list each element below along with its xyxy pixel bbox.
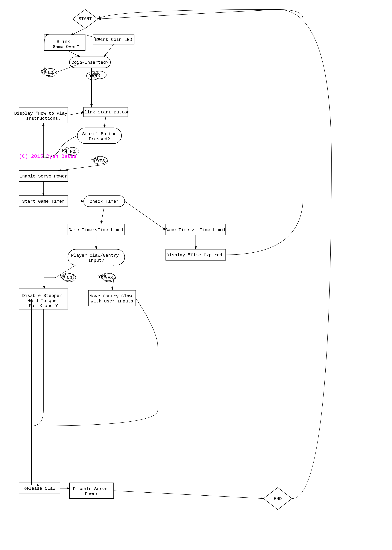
start-label: START [79,16,92,21]
no-coin-text: NO [41,69,46,74]
blink-coin-led-label: Blink Coin LED [95,37,132,42]
arrow-start-blink [71,28,85,35]
coin-inserted-label: Coin Inserted? [71,60,108,65]
arrow-check-to-greater [125,201,166,230]
enable-servo-label: Enable Servo Power [20,174,67,179]
no-input-label: NO [67,275,72,280]
yes-coin-text: YES [91,72,99,77]
time-expired-label: Display "Time Expired" [167,253,225,258]
start-timer-label: Start Game Timer [22,199,65,204]
arrow-blink-to-pressed [104,117,106,128]
arrow-check-to-less [101,207,104,224]
arrow-loop-back-check [32,298,158,426]
yes-input-text: YES [98,274,106,279]
arrow-coin-led-to-inserted [104,44,114,57]
copyright-text: (C) 2015 Ryan Bates [19,153,77,159]
arrow-expired-to-start [98,9,303,255]
move-gantry-label: Move Gantry+Claw with User Inputs [90,294,135,304]
arrow-stepper-down [32,309,43,485]
end-label: END [274,496,282,501]
blink-start-label: Blink Start Button [82,110,130,115]
timer-greater-label: Game Timer>= Time Limit [165,228,226,232]
arrow-disable-to-end [114,491,264,499]
arrow-gameover-to-inserted [68,50,80,57]
timer-less-label: Game Timer<Time Limit [69,228,124,232]
release-claw-label: Release Claw [23,486,55,491]
arrow-yes-start-servo [58,165,101,171]
check-timer-label: Check Timer [90,199,119,204]
yes-start-text: YES [91,158,99,162]
flowchart-svg: START Blink "Game Over" Blink Coin LED C… [0,0,392,550]
